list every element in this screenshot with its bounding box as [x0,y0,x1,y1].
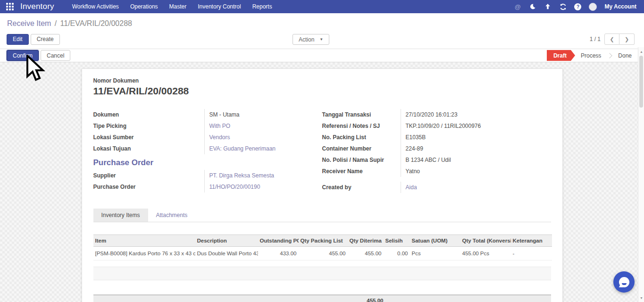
right-field-group: Tanggal Transaksi 27/10/2020 16:01:23 Re… [322,109,551,193]
chevron-right-icon [607,53,612,58]
cell-qty-diterima: 455.00 [348,247,384,260]
left-field-group: Dokumen SM - Utama Tipe Picking With PO … [93,109,311,193]
tab-attachments[interactable]: Attachments [148,209,196,222]
breadcrumb-parent-link[interactable]: Receive Item [7,19,51,27]
field-value-tanggal-transaksi: 27/10/2020 16:01:23 [401,109,551,120]
field-label-dokumen: Dokumen [93,111,204,118]
col-keterangan[interactable]: Keterangan [511,235,552,247]
scrollbar-thumb[interactable] [639,56,643,108]
field-label-tipe-picking: Tipe Picking [93,123,204,129]
cell-qty-total: 455.00 Pcs [460,247,511,260]
control-panel: Edit Create Action ▼ 1 / 1 ❮ ❯ [0,33,644,49]
upload-icon[interactable] [544,3,552,10]
table-header-row: Item Description Outstanding PO Qty Pack… [93,235,552,247]
col-qty-diterima[interactable]: Qty Diterima [348,235,384,247]
field-value-created-by[interactable]: Aida [401,182,551,193]
field-value-referensi: TKP.10/09/20 / 11RIL2000976 [401,120,551,132]
purchase-order-section-title: Purchase Order [93,158,311,168]
scroll-up-icon[interactable]: ▲ [638,48,644,55]
total-qty-diterima: 455.00 [348,295,384,302]
form-view-area: Nomor Dokumen 11/EVA/RIL/20/00288 Dokume… [0,62,644,302]
field-label-tanggal-transaksi: Tanggal Transaksi [322,111,401,118]
state-process[interactable]: Process [575,49,607,62]
chat-bubble-icon [619,277,629,287]
menu-operations[interactable]: Operations [125,0,164,13]
menu-reports[interactable]: Reports [247,0,278,13]
vertical-scrollbar[interactable]: ▲ ▼ [638,47,644,302]
cancel-button[interactable]: Cancel [41,50,70,61]
pager-next-button[interactable]: ❯ [619,34,635,45]
cell-satuan-uom: Pcs [410,247,460,260]
breadcrumb-separator: / [55,19,57,27]
field-label-lokasi-tujuan: Lokasi Tujuan [93,145,204,152]
confirm-button[interactable]: Confirm [7,50,39,61]
field-label-lokasi-sumber: Lokasi Sumber [93,134,204,141]
create-button[interactable]: Create [31,34,60,45]
app-window: Inventory Workflow Activities Operations… [0,0,644,302]
tab-inventory-items[interactable]: Inventory Items [93,209,148,222]
col-description[interactable]: Description [195,235,258,247]
state-draft[interactable]: Draft [547,50,575,61]
inventory-items-table: Item Description Outstanding PO Qty Pack… [93,235,552,260]
main-menu: Workflow Activities Operations Master In… [67,0,278,13]
field-label-purchase-order: Purchase Order [93,184,204,190]
live-chat-button[interactable] [613,271,635,293]
state-done[interactable]: Done [612,49,637,62]
field-value-tipe-picking[interactable]: With PO [204,120,311,132]
cell-outstanding-po: 433.00 [258,247,299,260]
cell-qty-packing-list: 455.00 [299,247,348,260]
menu-master[interactable]: Master [164,0,192,13]
empty-table-row [93,260,551,267]
top-navbar: Inventory Workflow Activities Operations… [0,0,644,13]
col-selisih[interactable]: Selisih [384,235,410,247]
apps-grid-icon[interactable] [6,3,14,10]
doc-number-label: Nomor Dokumen [93,77,551,84]
state-pipeline: Draft Process Done [547,49,644,62]
field-value-lokasi-sumber[interactable]: Vendors [204,132,311,143]
field-label-supplier: Supplier [93,172,204,179]
col-satuan-uom[interactable]: Satuan (UOM) [410,235,460,247]
edit-button[interactable]: Edit [7,34,29,45]
table-row[interactable]: [PSM-B0008] Kardus Porto 76 x 33 x 43 cm… [93,247,552,260]
refresh-icon[interactable] [559,3,567,10]
table-total-row: 455.00 [93,294,551,302]
moon-icon[interactable] [529,3,536,10]
field-value-receiver-name: Yatno [401,166,551,177]
pager: 1 / 1 ❮ ❯ [590,34,635,45]
col-item[interactable]: Item [93,235,195,247]
user-avatar[interactable] [589,3,597,11]
app-title[interactable]: Inventory [20,2,54,11]
cell-keterangan: - [511,247,552,260]
chevron-down-icon: ▼ [319,37,323,42]
mentions-icon[interactable]: @ [514,3,521,10]
cell-selisih: 0.00 [384,247,410,260]
field-value-lokasi-tujuan[interactable]: EVA: Gudang Penerimaan [204,143,311,154]
col-outstanding-po[interactable]: Outstanding PO [258,235,299,247]
field-label-no-polisi: No. Polisi / Nama Supir [322,157,401,163]
notebook-tabs: Inventory Items Attachments [93,209,551,222]
cell-description: Dus Double Wall Porto 43 [195,247,258,260]
pager-prev-button[interactable]: ❮ [604,34,619,45]
scroll-down-icon[interactable]: ▼ [638,294,644,301]
field-value-dokumen: SM - Utama [204,109,311,120]
field-value-supplier[interactable]: PT. Dirga Reksa Semesta [204,170,311,181]
menu-inventory-control[interactable]: Inventory Control [192,0,246,13]
col-qty-total-konversi[interactable]: Qty Total (Konversi) [460,235,511,247]
field-value-no-polisi: B 1234 ABC / Udil [401,154,551,166]
field-value-packing-list: E1035B [401,132,551,143]
breadcrumb-current: 11/EVA/RIL/20/00288 [60,19,132,27]
help-icon[interactable]: ? [574,3,581,10]
field-label-packing-list: No. Packing List [322,134,401,141]
my-account-menu[interactable]: My Account [604,3,636,10]
action-dropdown[interactable]: Action ▼ [293,34,329,45]
field-value-container-number: 224-89 [401,143,551,154]
field-value-purchase-order[interactable]: 11/HO/PO/20/00190 [204,181,311,193]
col-qty-packing-list[interactable]: Qty Packing List [299,235,348,247]
action-label: Action [299,36,314,43]
field-label-created-by: Created by [322,184,401,191]
menu-workflow-activities[interactable]: Workflow Activities [67,0,125,13]
navbar-right: @ ? My Account [514,3,644,11]
pager-count: 1 / 1 [590,36,601,42]
empty-table-row [93,267,551,280]
field-label-container-number: Container Number [322,145,401,152]
